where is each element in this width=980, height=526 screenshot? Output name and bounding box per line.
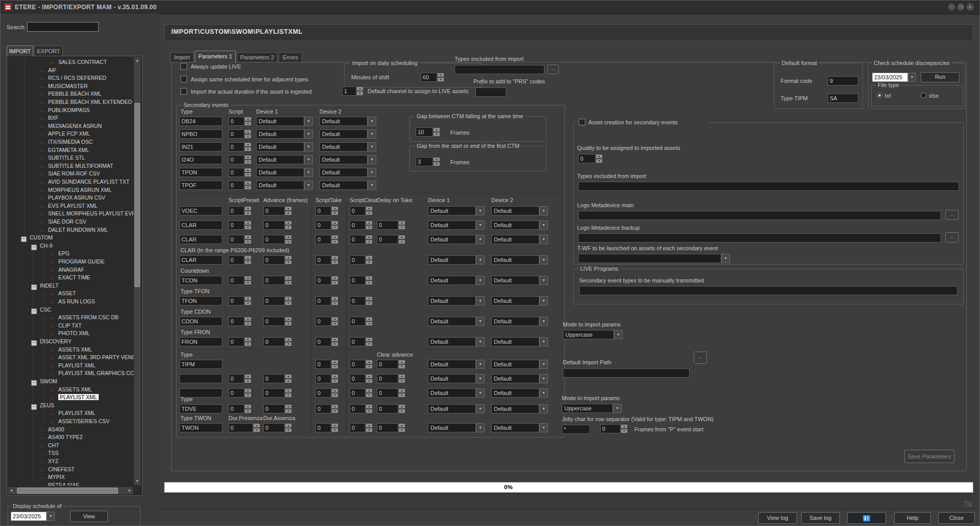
spinner-up-icon[interactable]: ▲ [437,73,444,77]
spinner-down-icon[interactable]: ▼ [621,429,628,433]
spinner-down-icon[interactable]: ▼ [331,393,338,398]
tab-import[interactable]: Import [170,52,194,62]
spinner-up-icon[interactable]: ▲ [366,388,373,393]
tree-item[interactable]: ←RCS / RCS DEFERRED [40,74,106,82]
minutes-of-shift-input[interactable]: 60 [421,73,437,82]
take-spinner-input[interactable]: 0 [315,360,331,369]
device2-dropdown[interactable]: Default [491,206,539,215]
spinner-buttons[interactable]: ▲▼ [285,221,292,230]
secondary-type-input[interactable]: TWON [179,423,222,432]
spinner-buttons[interactable]: ▲▼ [366,276,373,285]
spinner-buttons[interactable]: ▲▼ [398,374,405,383]
dropdown-arrow-button[interactable]: ▼ [539,317,548,326]
import-actual-duration-checkbox[interactable] [180,88,187,95]
dropdown-arrow-button[interactable]: ▼ [539,404,548,413]
spinner-down-icon[interactable]: ▼ [366,211,373,215]
spinner-buttons[interactable]: ▲▼ [331,255,338,265]
spinner-down-icon[interactable]: ▼ [285,428,292,432]
spinner-buttons[interactable]: ▲▼ [285,374,292,383]
device2-dropdown[interactable]: Default [491,388,539,398]
spinner-buttons[interactable]: ▲▼ [366,255,373,265]
scroll-down-arrow[interactable]: ▼ [133,477,141,485]
spinner-down-icon[interactable]: ▼ [285,409,292,413]
preset-spinner-input[interactable]: 0 [229,235,244,244]
take-spinner-input[interactable]: 0 [315,404,331,413]
spinner-down-icon[interactable]: ▼ [244,342,252,346]
script-spinner-input[interactable]: 0 [229,129,244,139]
spinner-up-icon[interactable]: ▲ [285,206,292,211]
spinner-buttons[interactable]: ▲▼ [331,317,338,326]
tab-errors[interactable]: Errors [279,52,302,62]
mode-import-params-2-dropdown[interactable]: Uppercase [562,404,613,413]
device1-dropdown[interactable]: Default [256,142,304,151]
gap-first-ctm-spinner[interactable]: ▲▼ [433,157,440,166]
tab-parameters-1[interactable]: Parameters 1 [195,51,236,62]
spinner-up-icon[interactable]: ▲ [244,142,252,147]
spinner-buttons[interactable]: ▲▼ [331,221,338,230]
check-date-dropdown-button[interactable]: ▼ [908,73,916,82]
secondary-type-input[interactable]: I24O [179,155,222,164]
spinner-down-icon[interactable]: ▼ [331,260,338,265]
dropdown-arrow-button[interactable]: ▼ [476,235,485,244]
script-spinner-input[interactable]: 0 [229,155,244,164]
tree-collapse-toggle[interactable]: − [31,404,37,410]
spinner-up-icon[interactable]: ▲ [285,255,292,260]
advance-spinner-input[interactable]: 0 [263,317,285,326]
spinner-up-icon[interactable]: ▲ [366,423,373,428]
clearadv-spinner-input[interactable]: 0 [377,423,398,432]
spinner-up-icon[interactable]: ▲ [621,424,628,429]
dropdown-arrow-button[interactable]: ▼ [476,255,485,265]
device2-dropdown[interactable]: Default [320,142,368,151]
device1-dropdown[interactable]: Default [428,255,476,265]
spinner-up-icon[interactable]: ▲ [285,388,292,393]
spinner-buttons[interactable]: ▲▼ [244,206,252,215]
dropdown-arrow-button[interactable]: ▼ [304,181,313,190]
spinner-down-icon[interactable]: ▼ [366,301,373,305]
default-channel-spinner[interactable]: ▲▼ [356,86,363,96]
take-spinner-input[interactable]: 0 [315,388,331,398]
preset-spinner-input[interactable]: 0 [229,206,244,215]
secondary-type-input[interactable]: TCON [179,276,222,285]
preset-spinner-input[interactable]: 0 [229,296,244,305]
tree-item[interactable]: ←ASSET/SERIES CSV [50,418,109,425]
spinner-buttons[interactable]: ▲▼ [285,317,292,326]
tree-item[interactable]: ←EGTAMETA XML [40,146,89,154]
spinner-down-icon[interactable]: ▼ [398,239,405,244]
advance-spinner-input[interactable]: 0 [263,221,285,230]
spinner-down-icon[interactable]: ▼ [331,364,338,369]
dropdown-arrow-button[interactable]: ▼ [368,181,376,190]
secondary-type-input[interactable]: NPBO [179,129,222,139]
spinner-buttons[interactable]: ▲▼ [244,255,252,265]
advance-spinner-input[interactable]: 0 [263,404,285,413]
spinner-down-icon[interactable]: ▼ [244,211,252,215]
logo-main-browse-button[interactable]: ... [945,210,959,220]
dropdown-arrow-button[interactable]: ▼ [539,423,548,432]
tree-collapse-toggle[interactable]: − [31,340,37,346]
tree-item[interactable]: ←ASSETS FROM CSC DB [50,314,119,321]
spinner-down-icon[interactable]: ▼ [285,225,292,230]
spinner-buttons[interactable]: ▲▼ [285,296,292,305]
scroll-right-arrow[interactable]: ► [126,487,133,494]
spinner-up-icon[interactable]: ▲ [356,86,363,91]
tree-item[interactable]: ←ASSET XML 3RD-PARTY VENDOI [50,354,133,361]
dropdown-arrow-button[interactable]: ▼ [476,337,485,346]
spinner-up-icon[interactable]: ▲ [331,404,338,409]
spinner-up-icon[interactable]: ▲ [244,117,252,121]
spinner-down-icon[interactable]: ▼ [331,280,338,285]
dropdown-arrow-button[interactable]: ▼ [476,296,485,305]
dropdown-arrow-button[interactable]: ▼ [304,117,313,126]
device1-dropdown[interactable]: Default [428,423,476,432]
dropdown-arrow-button[interactable]: ▼ [368,117,376,126]
spinner-buttons[interactable]: ▲▼ [244,129,252,139]
logo-backup-browse-button[interactable]: ... [945,232,959,243]
clear-spinner-input[interactable]: 0 [350,235,366,244]
jolly-frames-input[interactable]: 0 [600,424,621,433]
spinner-up-icon[interactable]: ▲ [366,404,373,409]
tree-vertical-scroll-thumb[interactable] [134,103,140,287]
spinner-down-icon[interactable]: ▼ [331,211,338,215]
spinner-up-icon[interactable]: ▲ [398,388,405,393]
spinner-down-icon[interactable]: ▼ [244,379,252,383]
tree-item[interactable]: ←PHOTO XML [50,330,90,337]
view-log-button[interactable]: View log [758,512,797,524]
tree-item[interactable]: ←SIAE DOR CSV [40,218,86,226]
